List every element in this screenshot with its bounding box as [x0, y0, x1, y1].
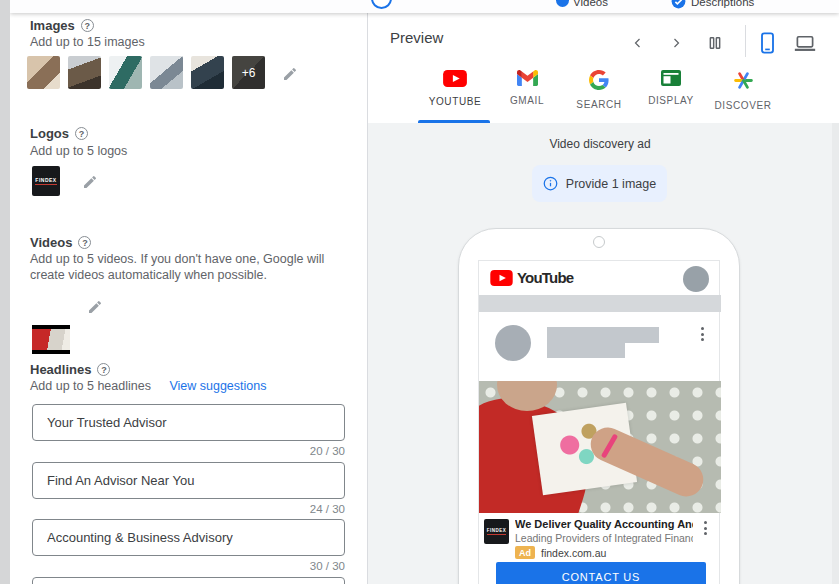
images-section-title: Images ?	[30, 18, 94, 33]
images-title-text: Images	[30, 18, 75, 33]
headline-input-3[interactable]	[32, 519, 345, 556]
edit-videos-icon[interactable]	[87, 298, 103, 316]
edit-logos-icon[interactable]	[82, 173, 98, 191]
pause-icon[interactable]	[702, 30, 728, 56]
headline-input-2[interactable]	[32, 462, 345, 499]
more-images-count: +6	[232, 56, 265, 89]
logos-subtitle: Add up to 5 logos	[30, 143, 127, 159]
headlines-section-title: Headlines ?	[30, 362, 110, 377]
image-thumbnail-5[interactable]	[191, 56, 224, 89]
edit-images-icon[interactable]	[282, 65, 298, 83]
tab-display[interactable]: DISPLAY	[635, 60, 707, 123]
image-thumbnail-2[interactable]	[68, 56, 101, 89]
notice-text: Provide 1 image	[566, 177, 656, 191]
youtube-wordmark: YouTube	[517, 269, 573, 286]
preview-content: Video discovery ad Provide 1 image YouTu…	[368, 123, 839, 584]
headline-input-4[interactable]	[32, 577, 345, 584]
next-preview-button[interactable]	[663, 30, 689, 56]
gmail-icon	[517, 70, 538, 86]
youtube-app-logo: YouTube	[490, 269, 573, 286]
tab-search-label: SEARCH	[576, 99, 621, 110]
step-descriptions-label[interactable]: Descriptions	[691, 0, 754, 8]
step-videos-label[interactable]: Videos	[573, 0, 608, 8]
stepper-bar: Videos Descriptions	[10, 0, 839, 13]
tab-youtube-label: YOUTUBE	[429, 96, 482, 107]
video-thumbnail[interactable]	[32, 325, 70, 354]
text-skeleton-bar	[547, 343, 625, 358]
discover-icon	[733, 70, 754, 91]
preview-title: Preview	[390, 29, 443, 46]
overflow-menu-icon	[701, 327, 704, 341]
youtube-icon	[443, 70, 467, 87]
logos-help-icon[interactable]: ?	[75, 127, 88, 140]
logo-brand-text: FINDEX	[35, 177, 56, 185]
logo-thumbnail[interactable]: FINDEX	[32, 166, 60, 196]
videos-subtitle: Add up to 5 videos. If you don't have on…	[30, 251, 350, 283]
ad-format-label: Video discovery ad	[368, 137, 832, 151]
step-current-circle[interactable]	[371, 0, 392, 9]
channel-avatar-skeleton	[495, 325, 531, 361]
image-thumbnail-more[interactable]: +6	[232, 56, 265, 89]
headlines-help-icon[interactable]: ?	[97, 363, 110, 376]
account-avatar	[683, 266, 709, 292]
info-icon	[543, 176, 558, 191]
youtube-play-icon	[490, 270, 513, 286]
advertiser-brand-text: FINDEX	[487, 528, 507, 535]
tab-discover-label: DISCOVER	[714, 100, 771, 111]
logos-section-title: Logos ?	[30, 126, 88, 141]
headline-counter-1: 20 / 30	[32, 445, 345, 457]
search-bar-skeleton	[479, 295, 721, 312]
headlines-title-text: Headlines	[30, 362, 91, 377]
videos-help-icon[interactable]: ?	[78, 236, 91, 249]
view-suggestions-link[interactable]: View suggestions	[169, 379, 266, 393]
videos-section-title: Videos ?	[30, 235, 91, 250]
images-subtitle: Add up to 15 images	[30, 34, 145, 50]
asset-editor-panel: Images ? Add up to 15 images +6 Logos ? …	[10, 13, 367, 584]
controls-divider	[745, 25, 746, 57]
window-edge-strip	[0, 0, 10, 584]
advertiser-logo: FINDEX	[484, 519, 509, 544]
headline-counter-3: 30 / 30	[32, 560, 345, 572]
preview-panel: Preview YOUTUBE	[368, 13, 839, 584]
image-thumbnail-4[interactable]	[150, 56, 183, 89]
headline-counter-2: 24 / 30	[32, 503, 345, 515]
text-skeleton-bar	[547, 327, 659, 343]
ad-display-url: findex.com.au	[541, 547, 606, 559]
tab-gmail-label: GMAIL	[510, 95, 544, 106]
image-thumbnail-1[interactable]	[27, 56, 60, 89]
ad-headline: We Deliver Quality Accounting And Bu...	[515, 518, 693, 530]
phone-camera	[593, 236, 605, 248]
headlines-subtitle: Add up to 5 headlines	[30, 379, 151, 393]
logos-title-text: Logos	[30, 126, 69, 141]
tab-youtube[interactable]: YOUTUBE	[419, 60, 491, 123]
phone-mockup: YouTube FINDEX We Deliver Quality Accoun…	[458, 228, 740, 584]
display-icon	[661, 70, 681, 86]
step-done-check-icon[interactable]	[671, 0, 686, 9]
ad-video-thumbnail	[479, 381, 721, 513]
tab-search[interactable]: SEARCH	[563, 60, 635, 123]
previous-preview-button[interactable]	[625, 30, 651, 56]
tab-discover[interactable]: DISCOVER	[707, 60, 779, 123]
ad-badge: Ad	[515, 546, 535, 559]
contact-us-button: CONTACT US	[496, 562, 706, 584]
desktop-preview-toggle[interactable]	[792, 30, 818, 56]
google-g-icon	[589, 70, 609, 90]
videos-title-text: Videos	[30, 235, 72, 250]
headline-input-1[interactable]	[32, 404, 345, 441]
ad-overflow-menu-icon	[704, 521, 707, 535]
step-videos-dot[interactable]	[556, 0, 569, 7]
ad-badge-row: Ad findex.com.au	[515, 546, 606, 559]
images-help-icon[interactable]: ?	[81, 19, 94, 32]
tab-gmail[interactable]: GMAIL	[491, 60, 563, 123]
image-thumbnail-3[interactable]	[109, 56, 142, 89]
phone-screen: YouTube FINDEX We Deliver Quality Accoun…	[478, 260, 720, 584]
ad-description: Leading Providers of Integrated Financi.…	[515, 532, 693, 544]
scrollbar-track[interactable]	[832, 123, 839, 584]
tab-display-label: DISPLAY	[648, 95, 694, 106]
mobile-preview-toggle[interactable]	[754, 30, 780, 56]
provide-image-notice: Provide 1 image	[532, 165, 667, 202]
